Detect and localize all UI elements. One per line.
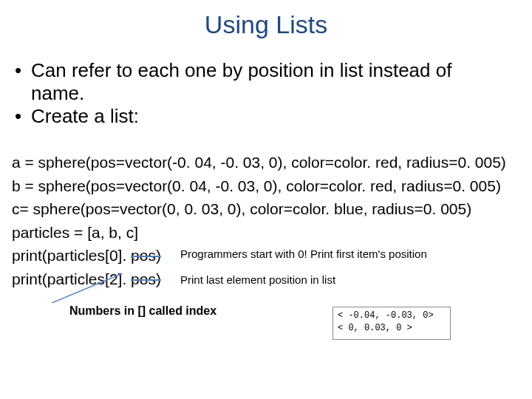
code-text-strike: pos)	[131, 247, 161, 264]
slide-title: Using Lists	[0, 10, 532, 39]
bullet-text: name.	[31, 82, 84, 105]
output-box: < -0.04, -0.03, 0> < 0, 0.03, 0 >	[332, 307, 451, 340]
code-text: print(particles[0].	[12, 247, 131, 264]
code-line: c= sphere(pos=vector(0, 0. 03, 0), color…	[12, 197, 506, 221]
annotation: Numbers in [] called index	[69, 304, 216, 318]
bullet-text: Create a list:	[31, 105, 139, 128]
output-line: < 0, 0.03, 0 >	[338, 322, 446, 335]
bullet-item: • Create a list:	[15, 105, 502, 128]
code-text-strike: pos)	[131, 270, 161, 287]
bullet-list: • Can refer to each one by position in l…	[15, 59, 502, 129]
code-text: print(particles[2].	[12, 270, 131, 287]
bullet-marker: •	[15, 105, 31, 128]
annotation: Programmers start with 0! Print first it…	[180, 248, 476, 260]
bullet-text: Can refer to each one by position in lis…	[31, 59, 451, 82]
bullet-item: • Can refer to each one by position in l…	[15, 59, 502, 82]
slide: Using Lists • Can refer to each one by p…	[0, 0, 532, 399]
bullet-spacer	[15, 82, 31, 105]
output-line: < -0.04, -0.03, 0>	[338, 310, 446, 322]
code-block: a = sphere(pos=vector(-0. 04, -0. 03, 0)…	[12, 151, 506, 290]
bullet-item-cont: name.	[15, 82, 502, 105]
code-line: particles = [a, b, c]	[12, 221, 506, 245]
annotation: Print last element position in list	[180, 273, 402, 286]
bullet-marker: •	[15, 59, 31, 82]
code-line: b = sphere(pos=vector(0. 04, -0. 03, 0),…	[12, 174, 506, 198]
code-line: a = sphere(pos=vector(-0. 04, -0. 03, 0)…	[12, 151, 506, 174]
